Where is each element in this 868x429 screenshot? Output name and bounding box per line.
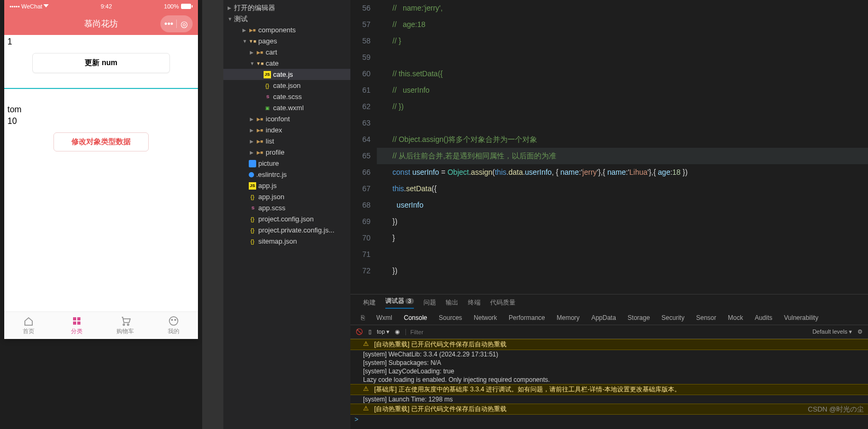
console-line: [system] Launch Time: 1298 ms — [350, 395, 868, 404]
code-line-61[interactable]: // userInfo — [377, 82, 868, 99]
settings-icon[interactable]: ⚙ — [857, 328, 863, 335]
devtools-tab-Performance[interactable]: Performance — [509, 314, 545, 321]
file-components[interactable]: ▶▶■components — [223, 24, 350, 35]
file-cart[interactable]: ▶▶■cart — [223, 47, 350, 58]
bottom-panel: 构建调试器3问题输出终端代码质量 ⎘ WxmlConsoleSourcesNet… — [350, 294, 868, 429]
gutter: 5657585960616263646566676869707172 — [350, 0, 377, 294]
devtools-tab-Sensor[interactable]: Sensor — [696, 314, 716, 321]
panel-tab-代码质量[interactable]: 代码质量 — [490, 298, 516, 307]
code-line-57[interactable]: // age:18 — [377, 16, 868, 33]
console-line: [基础库] 正在使用灰度中的基础库 3.3.4 进行调试。如有问题，请前往工具栏… — [350, 384, 868, 395]
code-editor[interactable]: 5657585960616263646566676869707172 // na… — [350, 0, 868, 294]
code-line-58[interactable]: // } — [377, 33, 868, 49]
code-line-70[interactable]: } — [377, 230, 868, 246]
file-.eslintrc.js[interactable]: .eslintrc.js — [223, 169, 350, 180]
tab-cart[interactable]: 购物车 — [101, 312, 150, 339]
file-project.config.json[interactable]: {}project.config.json — [223, 213, 350, 225]
file-picture[interactable]: picture — [223, 158, 350, 169]
close-icon[interactable]: ◎ — [178, 17, 191, 30]
tab-mine[interactable]: 我的 — [150, 312, 198, 339]
devtools-tab-Sources[interactable]: Sources — [439, 314, 462, 321]
devtools-tabs: ⎘ WxmlConsoleSourcesNetworkPerformanceMe… — [350, 310, 868, 325]
context-selector[interactable]: top ▾ — [377, 328, 390, 335]
devtools-tab-AppData[interactable]: AppData — [591, 314, 616, 321]
file-cate[interactable]: ▼▼■cate — [223, 58, 350, 69]
devtools-menu-icon[interactable]: ⎘ — [361, 314, 365, 321]
panel-tab-问题[interactable]: 问题 — [423, 298, 436, 307]
code-line-66[interactable]: const userInfo = Object.assign(this.data… — [377, 164, 868, 181]
console-line: [自动热重载] 已开启代码文件保存后自动热重载 — [350, 404, 868, 415]
devtools-tab-Security[interactable]: Security — [662, 314, 684, 321]
code-line-71[interactable] — [377, 246, 868, 263]
file-cate.scss[interactable]: ടcate.scss — [223, 91, 350, 102]
panel-tabs-primary: 构建调试器3问题输出终端代码质量 — [350, 294, 868, 310]
code-line-63[interactable] — [377, 115, 868, 131]
log-levels-selector[interactable]: Default levels ▾ — [812, 328, 852, 335]
capsule-control: ••• ◎ — [160, 15, 193, 32]
code-line-67[interactable]: this.setData({ — [377, 181, 868, 197]
panel-tab-调试器[interactable]: 调试器3 — [385, 297, 414, 309]
console-line: Lazy code loading is enabled. Only injec… — [350, 376, 868, 384]
svg-rect-4 — [73, 321, 76, 325]
file-app.json[interactable]: {}app.json — [223, 191, 350, 202]
file-app.js[interactable]: JSapp.js — [223, 180, 350, 191]
svg-point-10 — [175, 319, 176, 320]
file-explorer[interactable]: ▶打开的编辑器 ▼测试 ▶▶■components▼▼■pages▶▶■cart… — [223, 0, 350, 429]
file-app.scss[interactable]: ടapp.scss — [223, 202, 350, 213]
devtools-tab-Wxml[interactable]: Wxml — [376, 314, 392, 321]
code-line-60[interactable]: // this.setData({ — [377, 66, 868, 82]
code-line-59[interactable] — [377, 49, 868, 66]
code-line-62[interactable]: // }) — [377, 99, 868, 115]
clear-console-icon[interactable]: 🚫 — [356, 328, 363, 335]
code-line-72[interactable]: }) — [377, 263, 868, 279]
panel-tab-输出[interactable]: 输出 — [446, 298, 458, 307]
console-prompt[interactable]: > — [350, 415, 868, 424]
section-open-editors[interactable]: ▶打开的编辑器 — [223, 2, 350, 13]
code-line-56[interactable]: // name:'jerry', — [377, 0, 868, 16]
file-pages[interactable]: ▼▼■pages — [223, 35, 350, 47]
svg-point-9 — [171, 319, 173, 320]
eye-icon[interactable]: ◉ — [395, 328, 400, 335]
file-cate.js[interactable]: JScate.js — [223, 69, 350, 80]
svg-rect-1 — [192, 5, 193, 7]
devtools-tab-Network[interactable]: Network — [474, 314, 497, 321]
devtools-tab-Vulnerability[interactable]: Vulnerability — [784, 314, 818, 321]
code-line-69[interactable]: }) — [377, 213, 868, 230]
devtools-tab-Console[interactable]: Console — [404, 314, 427, 321]
user-name-text: tom — [4, 104, 198, 115]
svg-rect-0 — [181, 4, 191, 9]
devtools-tab-Mock[interactable]: Mock — [728, 314, 743, 321]
file-profile[interactable]: ▶▶■profile — [223, 147, 350, 158]
file-cate.wxml[interactable]: ▣cate.wxml — [223, 102, 350, 113]
file-project.private.config.js...[interactable]: {}project.private.config.js... — [223, 225, 350, 236]
file-index[interactable]: ▶▶■index — [223, 124, 350, 136]
console-output[interactable]: [自动热重载] 已开启代码文件保存后自动热重载[system] WeChatLi… — [350, 339, 868, 429]
code-line-68[interactable]: userInfo — [377, 197, 868, 213]
console-toolbar: 🚫 ▯ top ▾ ◉ Default levels ▾ ⚙ — [350, 325, 868, 339]
panel-tab-构建[interactable]: 构建 — [363, 298, 376, 307]
filter-input[interactable] — [405, 329, 807, 335]
code-lines[interactable]: // name:'jerry', // age:18 // } // this.… — [377, 0, 868, 294]
activity-bar — [202, 0, 223, 429]
page-title: 慕尚花坊 — [84, 19, 118, 30]
menu-icon[interactable]: ••• — [162, 17, 175, 30]
file-sitemap.json[interactable]: {}sitemap.json — [223, 236, 350, 247]
modify-object-button[interactable]: 修改对象类型数据 — [53, 132, 149, 151]
code-line-64[interactable]: // Object.assign()将多个对象合并为一个对象 — [377, 131, 868, 148]
code-line-65[interactable]: // 从后往前合并,若是遇到相同属性，以后面的为准 — [377, 148, 868, 164]
devtools-tab-Memory[interactable]: Memory — [557, 314, 580, 321]
section-test[interactable]: ▼测试 — [223, 13, 350, 24]
panel-tab-终端[interactable]: 终端 — [468, 298, 481, 307]
devtools-tab-Storage[interactable]: Storage — [628, 314, 650, 321]
file-iconfont[interactable]: ▶▶■iconfont — [223, 113, 350, 124]
file-cate.json[interactable]: {}cate.json — [223, 80, 350, 91]
file-list[interactable]: ▶▶■list — [223, 136, 350, 147]
console-sidebar-icon[interactable]: ▯ — [368, 328, 372, 335]
svg-rect-2 — [73, 317, 76, 320]
tab-category[interactable]: 分类 — [53, 312, 102, 339]
phone-simulator: ••••• WeChat 9:42 100% 慕尚花坊 ••• ◎ 1 更新 n… — [4, 0, 198, 339]
nav-bar: 慕尚花坊 ••• ◎ — [4, 13, 198, 35]
update-num-button[interactable]: 更新 num — [32, 53, 170, 73]
devtools-tab-Audits[interactable]: Audits — [755, 314, 772, 321]
tab-home[interactable]: 首页 — [4, 312, 53, 339]
